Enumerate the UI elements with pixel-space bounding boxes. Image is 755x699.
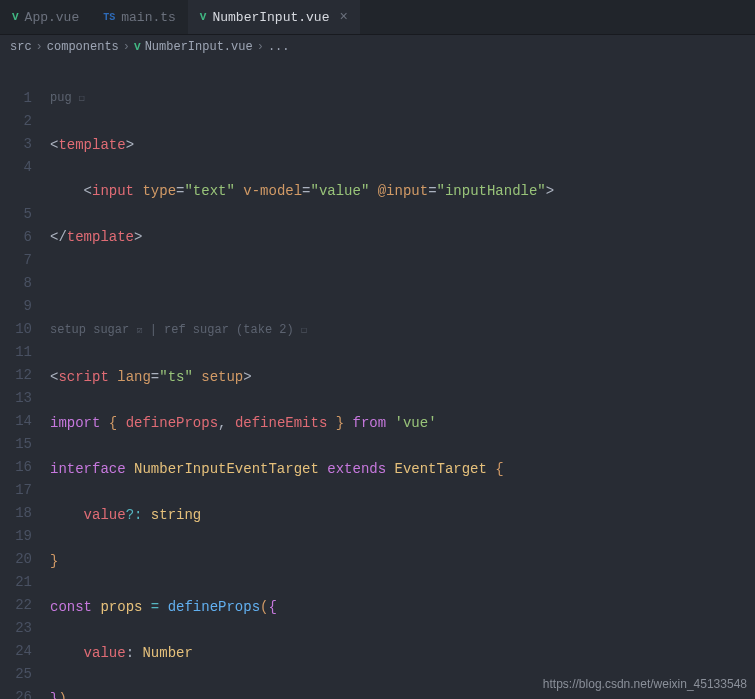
watermark: https://blog.csdn.net/weixin_45133548 [543,677,747,691]
vue-icon: V [200,11,207,23]
line-gutter: 1 2 3 4 5 6 7 8 9 10 11 12 13 14 15 16 1… [0,63,50,699]
breadcrumb-part[interactable]: NumberInput.vue [145,40,253,54]
breadcrumb-part[interactable]: components [47,40,119,54]
tab-numberinput-vue[interactable]: V NumberInput.vue × [188,0,360,34]
editor-tabs: V App.vue TS main.ts V NumberInput.vue × [0,0,755,35]
chevron-right-icon: › [257,40,264,54]
code-editor[interactable]: 1 2 3 4 5 6 7 8 9 10 11 12 13 14 15 16 1… [0,59,755,699]
tab-main-ts[interactable]: TS main.ts [91,0,188,34]
codelens-pug[interactable]: pug ☐ [50,86,755,111]
tab-app-vue[interactable]: V App.vue [0,0,91,34]
tab-label: App.vue [25,10,80,25]
breadcrumb: src › components › V NumberInput.vue › .… [0,35,755,59]
tab-label: NumberInput.vue [212,10,329,25]
chevron-right-icon: › [36,40,43,54]
codelens-setup[interactable]: setup sugar ☑ | ref sugar (take 2) ☐ [50,318,755,343]
tab-label: main.ts [121,10,176,25]
close-icon[interactable]: × [339,9,347,25]
code-content[interactable]: pug ☐ <template> <input type="text" v-mo… [50,63,755,699]
vue-icon: V [134,41,141,53]
chevron-right-icon: › [123,40,130,54]
ts-icon: TS [103,12,115,23]
vue-icon: V [12,11,19,23]
breadcrumb-part[interactable]: src [10,40,32,54]
breadcrumb-part[interactable]: ... [268,40,290,54]
